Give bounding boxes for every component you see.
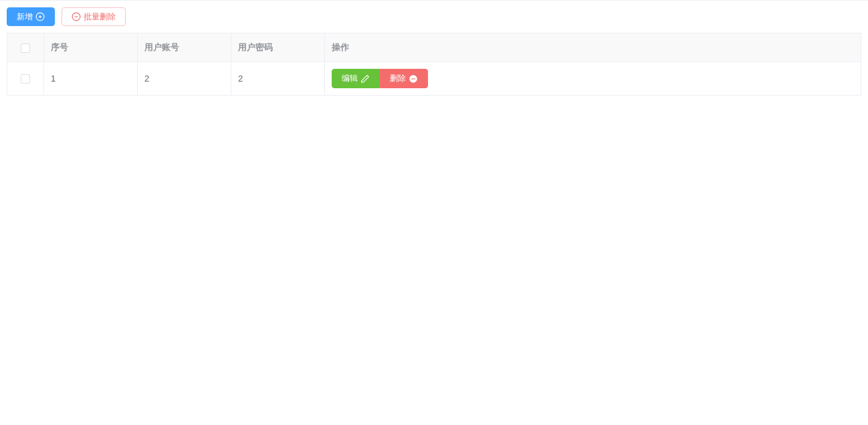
table-header-row: 序号 用户账号 用户密码 操作 <box>7 33 861 62</box>
cell-index: 1 <box>44 62 138 95</box>
minus-circle-icon <box>72 12 81 21</box>
header-checkbox-cell <box>7 33 44 62</box>
toolbar: 新增 批量删除 <box>7 7 861 26</box>
row-action-group: 编辑 删除 <box>332 69 428 88</box>
plus-circle-icon <box>35 12 45 21</box>
batch-delete-label: 批量删除 <box>84 12 116 21</box>
cell-account: 2 <box>138 62 231 95</box>
cell-actions: 编辑 删除 <box>325 62 861 95</box>
edit-icon <box>360 74 370 84</box>
header-index: 序号 <box>44 33 138 62</box>
header-account: 用户账号 <box>138 33 231 62</box>
cell-password: 2 <box>231 62 325 95</box>
batch-delete-button[interactable]: 批量删除 <box>62 7 126 26</box>
minus-circle-filled-icon <box>409 74 418 84</box>
page-container: 新增 批量删除 <box>0 0 868 102</box>
delete-button[interactable]: 删除 <box>380 69 428 88</box>
svg-rect-6 <box>411 78 415 79</box>
table-row: 1 2 2 编辑 删除 <box>7 62 861 95</box>
data-table: 序号 用户账号 用户密码 操作 1 2 2 编辑 <box>7 33 861 95</box>
delete-button-label: 删除 <box>390 74 406 83</box>
add-button-label: 新增 <box>17 12 33 21</box>
header-password: 用户密码 <box>231 33 325 62</box>
row-checkbox-cell <box>7 62 44 95</box>
edit-button[interactable]: 编辑 <box>332 69 380 88</box>
row-checkbox[interactable] <box>21 74 30 84</box>
select-all-checkbox[interactable] <box>21 43 30 53</box>
edit-button-label: 编辑 <box>342 74 358 83</box>
add-button[interactable]: 新增 <box>7 7 55 26</box>
header-actions: 操作 <box>325 33 861 62</box>
